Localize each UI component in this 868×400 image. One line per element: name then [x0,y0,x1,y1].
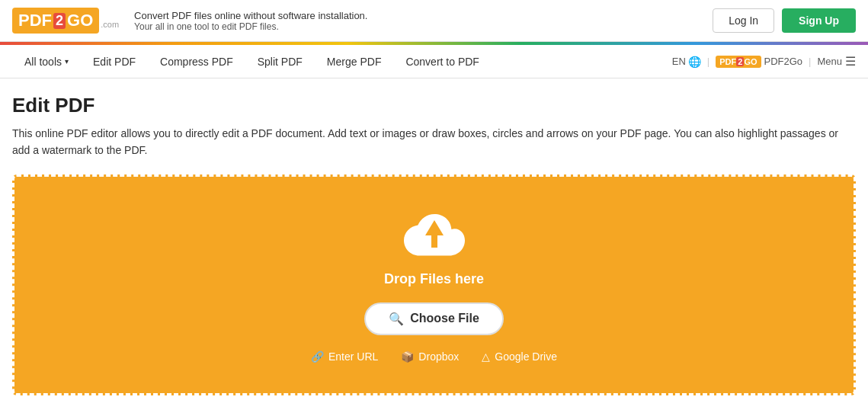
logo[interactable]: PDF2GO [12,8,99,34]
tagline-main: Convert PDF files online without softwar… [134,10,367,21]
nav-item-compress-pdf[interactable]: Compress PDF [148,46,245,77]
main-content: Edit PDF This online PDF editor allows y… [0,78,868,400]
header-tagline: Convert PDF files online without softwar… [134,10,367,32]
mini-logo: PDF2GO [716,56,761,68]
pdf2go-brand-link[interactable]: PDF2GO PDF2Go [716,56,802,68]
login-button[interactable]: Log In [713,8,774,33]
search-icon: 🔍 [389,312,404,326]
page-description: This online PDF editor allows you to dir… [12,125,850,159]
cloud-upload-icon [404,207,465,261]
link-icon: 🔗 [311,350,324,363]
dropzone[interactable]: Drop Files here 🔍 Choose File 🔗 Enter UR… [12,174,856,395]
tagline-sub: Your all in one tool to edit PDF files. [134,21,367,32]
drop-text: Drop Files here [384,271,484,287]
signup-button[interactable]: Sign Up [782,8,856,33]
globe-icon: 🌐 [688,56,701,68]
google-drive-icon: △ [482,350,490,363]
dropbox-icon: 📦 [401,350,414,363]
logo-dot: .com [101,20,119,29]
chevron-down-icon: ▾ [65,57,69,66]
nav-item-convert-to-pdf[interactable]: Convert to PDF [393,46,491,77]
separator2: | [809,56,811,67]
google-drive-option[interactable]: △ Google Drive [482,350,557,363]
language-selector[interactable]: EN 🌐 [672,56,701,68]
enter-url-option[interactable]: 🔗 Enter URL [311,350,378,363]
header: PDF2GO .com Convert PDF files online wit… [0,0,868,42]
nav-item-split-pdf[interactable]: Split PDF [245,46,315,77]
header-buttons: Log In Sign Up [713,8,856,33]
main-nav: All tools ▾ Edit PDF Compress PDF Split … [0,45,868,78]
hamburger-icon: ☰ [845,54,856,69]
page-title: Edit PDF [12,94,856,117]
dropbox-option[interactable]: 📦 Dropbox [401,350,459,363]
nav-right: EN 🌐 | PDF2GO PDF2Go | Menu ☰ [672,54,856,69]
logo-area: PDF2GO .com [12,8,119,34]
menu-label: Menu [817,56,842,67]
nav-item-edit-pdf[interactable]: Edit PDF [81,46,148,77]
menu-button[interactable]: Menu ☰ [817,54,856,69]
nav-item-all-tools[interactable]: All tools ▾ [12,46,81,77]
lang-label: EN [672,56,686,67]
brand-label: PDF2Go [764,56,803,67]
extra-options: 🔗 Enter URL 📦 Dropbox △ Google Drive [311,350,557,363]
nav-item-merge-pdf[interactable]: Merge PDF [315,46,394,77]
separator: | [707,56,709,67]
choose-file-button[interactable]: 🔍 Choose File [364,302,504,335]
